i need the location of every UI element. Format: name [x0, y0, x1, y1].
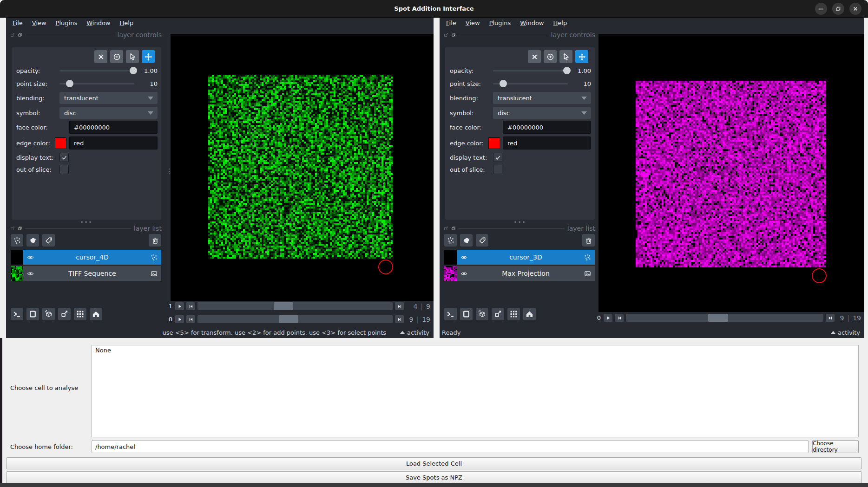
menu-window[interactable]: Window	[515, 19, 548, 27]
layer-row[interactable]: TIFF Sequence	[11, 266, 161, 281]
dim-slider-handle[interactable]	[279, 315, 298, 323]
transpose-dimensions-button[interactable]	[58, 308, 71, 320]
float-dock-icon[interactable]	[10, 226, 15, 231]
save-spots-button[interactable]: Save Spots as NPZ	[6, 471, 862, 483]
play-button[interactable]	[604, 314, 612, 322]
roll-dimensions-button[interactable]	[42, 308, 55, 320]
delete-layer-button[interactable]	[582, 234, 595, 247]
new-shapes-layer-button[interactable]	[26, 234, 39, 247]
dim-slider[interactable]	[197, 315, 393, 323]
ndisplay-toggle-button[interactable]	[460, 308, 473, 320]
symbol-dropdown[interactable]: disc	[59, 107, 158, 119]
skip-end-button[interactable]	[395, 302, 404, 310]
new-points-layer-button[interactable]	[11, 234, 23, 247]
layer-row[interactable]: cursor_3D	[444, 250, 595, 265]
restore-button[interactable]	[832, 3, 844, 15]
skip-start-button[interactable]	[615, 314, 624, 322]
menu-help[interactable]: Help	[549, 19, 572, 27]
play-button[interactable]	[175, 315, 184, 323]
menu-file[interactable]: File	[8, 19, 27, 27]
minimize-button[interactable]	[815, 3, 827, 15]
symbol-dropdown[interactable]: disc	[493, 107, 591, 119]
hide-dock-icon[interactable]	[451, 226, 456, 231]
choose-directory-button[interactable]: Choose directory	[812, 440, 859, 453]
skip-end-button[interactable]	[826, 314, 835, 322]
point-size-slider[interactable]	[493, 80, 568, 87]
menu-plugins[interactable]: Plugins	[51, 19, 82, 27]
edge-color-swatch[interactable]	[55, 137, 66, 149]
menu-plugins[interactable]: Plugins	[485, 19, 516, 27]
skip-start-button[interactable]	[186, 315, 195, 323]
dim-slider-handle[interactable]	[274, 302, 293, 310]
delete-point-button[interactable]	[94, 50, 107, 63]
pan-zoom-button[interactable]	[142, 50, 155, 63]
skip-end-button[interactable]	[395, 315, 404, 323]
console-button[interactable]	[444, 308, 457, 320]
transpose-dimensions-button[interactable]	[492, 308, 504, 320]
menu-file[interactable]: File	[441, 19, 461, 27]
hide-dock-icon[interactable]	[18, 226, 22, 231]
menu-view[interactable]: View	[461, 19, 485, 27]
grid-view-button[interactable]	[507, 308, 520, 320]
play-button[interactable]	[175, 302, 184, 310]
dim-slider[interactable]	[197, 302, 393, 310]
console-button[interactable]	[11, 308, 23, 320]
hide-dock-icon[interactable]	[18, 32, 22, 37]
dim-slider[interactable]	[626, 314, 823, 322]
out-of-slice-checkbox[interactable]	[59, 165, 69, 174]
dim-slider-handle[interactable]	[708, 314, 728, 322]
eye-icon[interactable]	[27, 254, 34, 261]
point-size-slider[interactable]	[59, 80, 134, 87]
out-of-slice-checkbox[interactable]	[493, 165, 502, 174]
list-item[interactable]: None	[92, 345, 858, 355]
add-point-button[interactable]	[544, 50, 557, 63]
load-selected-cell-button[interactable]: Load Selected Cell	[6, 457, 862, 469]
eye-icon[interactable]	[460, 254, 467, 261]
layer-row[interactable]: cursor_4D	[11, 250, 161, 265]
delete-layer-button[interactable]	[149, 234, 161, 247]
display-text-checkbox[interactable]	[493, 153, 502, 162]
add-point-button[interactable]	[110, 50, 123, 63]
ndisplay-toggle-button[interactable]	[26, 308, 39, 320]
select-point-button[interactable]	[126, 50, 139, 63]
new-points-layer-button[interactable]	[444, 234, 457, 247]
activity-toggle[interactable]: activity	[400, 329, 429, 336]
eye-icon[interactable]	[27, 270, 34, 277]
edge-color-input[interactable]	[503, 136, 591, 149]
menu-help[interactable]: Help	[115, 19, 138, 27]
close-button[interactable]	[849, 3, 861, 15]
menu-window[interactable]: Window	[82, 19, 115, 27]
opacity-slider[interactable]	[493, 67, 568, 74]
menu-view[interactable]: View	[27, 19, 51, 27]
delete-point-button[interactable]	[528, 50, 541, 63]
skip-start-button[interactable]	[186, 302, 195, 310]
float-dock-icon[interactable]	[444, 32, 448, 37]
select-point-button[interactable]	[559, 50, 572, 63]
eye-icon[interactable]	[460, 270, 467, 277]
float-dock-icon[interactable]	[10, 32, 15, 37]
roll-dimensions-button[interactable]	[476, 308, 488, 320]
home-button[interactable]	[90, 308, 102, 320]
opacity-slider[interactable]	[59, 67, 134, 74]
dock-resize-handle[interactable]: ⋮	[166, 170, 170, 173]
new-labels-layer-button[interactable]	[476, 234, 488, 247]
face-color-input[interactable]	[503, 121, 591, 134]
canvas-viewport[interactable]	[171, 34, 434, 301]
display-text-checkbox[interactable]	[59, 153, 69, 162]
home-button[interactable]	[523, 308, 536, 320]
activity-toggle[interactable]: activity	[831, 329, 860, 336]
home-folder-input[interactable]	[92, 440, 809, 453]
cell-list[interactable]: None	[92, 345, 859, 437]
float-dock-icon[interactable]	[444, 226, 448, 231]
new-shapes-layer-button[interactable]	[460, 234, 473, 247]
hide-dock-icon[interactable]	[451, 32, 456, 37]
face-color-input[interactable]	[69, 121, 158, 134]
blending-dropdown[interactable]: translucent	[493, 92, 591, 104]
edge-color-swatch[interactable]	[488, 137, 500, 149]
canvas-viewport[interactable]	[598, 34, 864, 312]
edge-color-input[interactable]	[69, 136, 158, 149]
pan-zoom-button[interactable]	[575, 50, 588, 63]
new-labels-layer-button[interactable]	[42, 234, 55, 247]
layer-row[interactable]: Max Projection	[444, 266, 595, 281]
blending-dropdown[interactable]: translucent	[59, 92, 158, 104]
